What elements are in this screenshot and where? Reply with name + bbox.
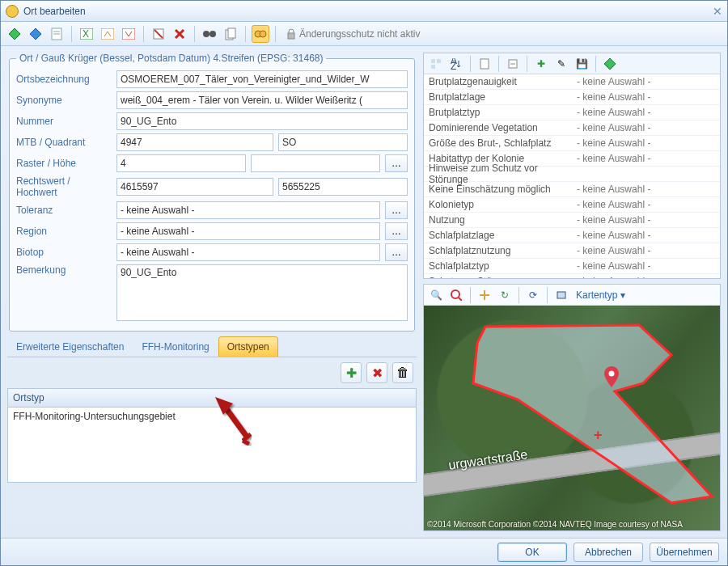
property-grid-rows[interactable]: Brutplatzgenauigkeit- keine Auswahl -Bru… bbox=[424, 74, 720, 278]
location-fieldset: Ort / Gauß Krüger (Bessel, Potsdam Datum… bbox=[9, 53, 415, 332]
property-value: - keine Auswahl - bbox=[574, 245, 720, 256]
toleranz-browse-button[interactable]: … bbox=[385, 201, 408, 219]
apply-button[interactable]: Übernehmen bbox=[650, 543, 719, 562]
ortstyp-row[interactable]: FFH-Monitoring-Untersuchungsgebiet bbox=[8, 408, 416, 425]
kartentyp-dropdown[interactable]: Kartentyp ▾ bbox=[576, 289, 625, 301]
hochwert-input[interactable] bbox=[278, 178, 408, 196]
property-key: Brutplatzgenauigkeit bbox=[424, 76, 574, 87]
pg-expand-icon[interactable] bbox=[504, 55, 522, 73]
biotop-browse-button[interactable]: … bbox=[385, 243, 408, 261]
nummer-input[interactable] bbox=[116, 112, 408, 130]
tab-ffh[interactable]: FFH-Monitoring bbox=[133, 336, 218, 357]
biotop-input[interactable] bbox=[116, 243, 380, 261]
svg-marker-0 bbox=[9, 28, 20, 40]
remove-button[interactable]: ✖ bbox=[366, 362, 387, 383]
property-value: - keine Auswahl - bbox=[574, 199, 720, 210]
dialog-footer: OK Abbrechen Übernehmen bbox=[1, 538, 727, 565]
map-pin-icon bbox=[604, 366, 619, 387]
diamond-blue-icon[interactable] bbox=[27, 25, 44, 43]
refresh-polygon-icon[interactable]: ↻ bbox=[496, 286, 514, 304]
pg-diamond-icon[interactable] bbox=[601, 55, 619, 73]
property-value: - keine Auswahl - bbox=[574, 137, 720, 149]
synonyme-input[interactable] bbox=[116, 91, 408, 109]
layers-icon[interactable] bbox=[552, 286, 570, 304]
property-row[interactable]: Dominierende Vegetation- keine Auswahl - bbox=[424, 120, 720, 136]
app-icon bbox=[6, 5, 19, 18]
copy-icon[interactable] bbox=[222, 25, 239, 43]
property-row[interactable]: Hinweise zum Schutz vor Störunge bbox=[424, 167, 720, 182]
svg-point-29 bbox=[451, 290, 459, 298]
highlight-toggle-icon[interactable] bbox=[252, 25, 269, 43]
raster-input[interactable] bbox=[116, 154, 246, 172]
property-value: - keine Auswahl - bbox=[574, 91, 720, 103]
ok-button[interactable]: OK bbox=[497, 543, 567, 562]
hoehe-input[interactable] bbox=[251, 154, 380, 172]
property-row[interactable]: Schutz vor Störungen- keine Auswahl - bbox=[424, 274, 720, 278]
excel-icon[interactable]: X bbox=[78, 25, 95, 43]
mtb-input[interactable] bbox=[116, 133, 273, 151]
region-input[interactable] bbox=[116, 222, 380, 240]
ortsbezeichnung-input[interactable] bbox=[116, 70, 408, 88]
svg-marker-28 bbox=[604, 58, 616, 70]
trash-button[interactable]: 🗑 bbox=[392, 362, 413, 383]
import-icon[interactable] bbox=[120, 25, 138, 43]
region-browse-button[interactable]: … bbox=[385, 222, 408, 240]
pg-add-icon[interactable]: ✚ bbox=[532, 55, 550, 73]
svg-rect-7 bbox=[101, 28, 114, 40]
svg-rect-16 bbox=[228, 28, 235, 38]
property-value: - keine Auswahl - bbox=[574, 107, 720, 118]
svg-rect-8 bbox=[122, 28, 135, 40]
property-value: - keine Auswahl - bbox=[574, 214, 720, 226]
diamond-green-icon[interactable] bbox=[6, 25, 23, 43]
property-row[interactable]: Brutplatzlage- keine Auswahl - bbox=[424, 90, 720, 105]
svg-rect-21 bbox=[437, 59, 441, 63]
discard-icon[interactable] bbox=[150, 25, 167, 43]
property-row[interactable]: Brutplatztyp- keine Auswahl - bbox=[424, 105, 720, 120]
tab-erweiterte[interactable]: Erweiterte Eigenschaften bbox=[7, 336, 133, 357]
property-row[interactable]: Schlafplatztyp- keine Auswahl - bbox=[424, 259, 720, 274]
reload-icon[interactable]: ⟳ bbox=[524, 286, 542, 304]
tab-ortstypen[interactable]: Ortstypen bbox=[218, 336, 278, 357]
svg-marker-1 bbox=[30, 28, 41, 40]
map-center-cross-icon: + bbox=[594, 427, 603, 444]
cancel-button[interactable]: Abbrechen bbox=[574, 543, 643, 562]
svg-rect-22 bbox=[431, 65, 435, 69]
property-key: Nutzung bbox=[424, 214, 574, 226]
property-row[interactable]: Schlafplatzlage- keine Auswahl - bbox=[424, 228, 720, 243]
pg-categorize-icon[interactable] bbox=[427, 55, 445, 73]
toleranz-input[interactable] bbox=[116, 201, 380, 219]
property-key: Schutz vor Störungen bbox=[424, 276, 574, 278]
svg-marker-32 bbox=[473, 325, 712, 503]
mtb-quadrant-input[interactable] bbox=[278, 133, 408, 151]
binoculars-icon[interactable] bbox=[201, 25, 218, 43]
pg-save-icon[interactable]: 💾 bbox=[573, 55, 590, 73]
property-row[interactable]: Brutplatzgenauigkeit- keine Auswahl - bbox=[424, 74, 720, 90]
map-view[interactable]: urgwartstraße + ©2014 Microsoft Corporat… bbox=[424, 306, 720, 530]
bemerkung-textarea[interactable] bbox=[116, 264, 408, 321]
pan-icon[interactable] bbox=[476, 286, 493, 304]
property-row[interactable]: Nutzung- keine Auswahl - bbox=[424, 213, 720, 228]
sheet-icon[interactable] bbox=[48, 25, 66, 43]
property-key: Dominierende Vegetation bbox=[424, 122, 574, 133]
close-icon[interactable]: ✕ bbox=[713, 5, 722, 18]
dialog-window: Ort bearbeiten ✕ X Änderungsschutz nicht… bbox=[0, 0, 728, 566]
hoehe-browse-button[interactable]: … bbox=[385, 154, 408, 172]
rechtswert-input[interactable] bbox=[116, 178, 273, 196]
lock-status: Änderungsschutz nicht aktiv bbox=[286, 28, 420, 40]
property-value: - keine Auswahl - bbox=[574, 260, 720, 272]
property-row[interactable]: Kolonietyp- keine Auswahl - bbox=[424, 197, 720, 213]
export-icon[interactable] bbox=[99, 25, 116, 43]
delete-icon[interactable] bbox=[171, 25, 188, 43]
property-row[interactable]: Keine Einschätzung möglich- keine Auswah… bbox=[424, 182, 720, 197]
zoom-in-icon[interactable]: 🔍 bbox=[427, 286, 445, 304]
pg-sort-icon[interactable]: AZ bbox=[447, 55, 465, 73]
property-value: - keine Auswahl - bbox=[574, 122, 720, 133]
ortstyp-header: Ortstyp bbox=[8, 389, 416, 408]
property-row[interactable]: Größe des Brut-, Schlafplatz- keine Ausw… bbox=[424, 136, 720, 151]
pg-page-icon[interactable] bbox=[476, 55, 493, 73]
label-raster: Raster / Höhe bbox=[16, 158, 112, 169]
zoom-out-icon[interactable] bbox=[447, 286, 465, 304]
add-button[interactable]: ✚ bbox=[341, 362, 362, 383]
pg-edit-icon[interactable]: ✎ bbox=[552, 55, 570, 73]
property-row[interactable]: Schlafplatznutzung- keine Auswahl - bbox=[424, 243, 720, 259]
